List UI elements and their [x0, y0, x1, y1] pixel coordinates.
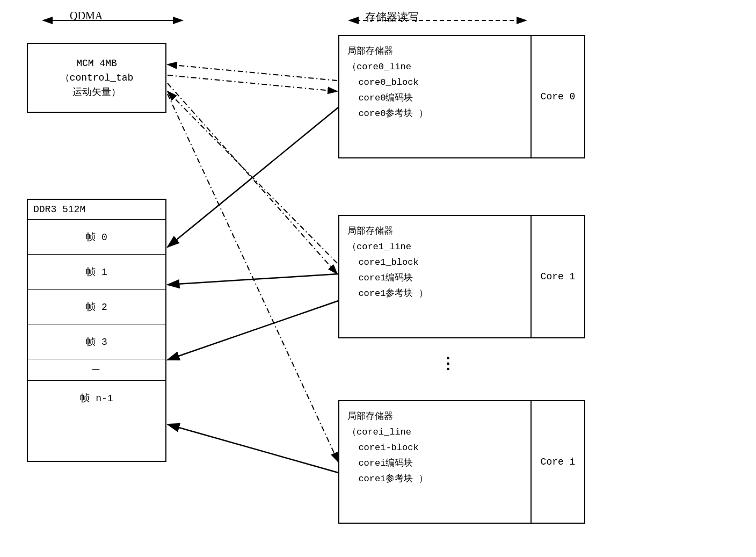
svg-line-8	[168, 274, 338, 285]
storage-label: 存储器读写	[365, 10, 419, 24]
mcm-title: MCM 4MB	[60, 56, 134, 71]
core1-box: 局部存储器 （core1_line core1_block core1编码块 c…	[338, 215, 585, 338]
svg-line-13	[168, 424, 338, 473]
ddr3-row-1: 帧 1	[28, 254, 165, 289]
core0-label: Core 0	[530, 36, 584, 157]
corei-box: 局部存储器 （corei_line corei-block corei编码块 c…	[338, 400, 585, 524]
svg-line-6	[168, 64, 337, 81]
core0-content: 局部存储器 （core0_line core0_block core0编码块 c…	[339, 36, 530, 157]
svg-line-10	[168, 83, 337, 274]
core0-line2: core0_block	[347, 75, 522, 91]
ddr3-title: DDR3 512M	[28, 200, 165, 219]
core1-line2: core1_block	[347, 255, 522, 271]
svg-line-5	[168, 75, 337, 91]
corei-line4: corei参考块 ）	[347, 472, 522, 487]
core1-line4: core1参考块 ）	[347, 286, 522, 302]
ddr3-row-3: 帧 3	[28, 324, 165, 359]
core1-line1: （core1_line	[347, 240, 522, 255]
corei-line3: corei编码块	[347, 456, 522, 472]
mcm-box: MCM 4MB （control_tab 运动矢量）	[27, 43, 166, 113]
core0-line4: core0参考块 ）	[347, 106, 522, 122]
core1-label: Core 1	[530, 216, 584, 337]
qdma-label: QDMA	[70, 10, 103, 22]
ddr3-row-0: 帧 0	[28, 219, 165, 254]
core1-line3: core1编码块	[347, 271, 522, 286]
core0-line0: 局部存储器	[347, 44, 522, 60]
svg-line-11	[168, 91, 337, 263]
svg-line-7	[168, 107, 338, 247]
core0-line1: （core0_line	[347, 60, 522, 75]
core1-line0: 局部存储器	[347, 224, 522, 240]
ddr3-row-n1: 帧 n-1	[28, 380, 165, 415]
core0-line3: core0编码块	[347, 91, 522, 106]
ddr3-row-2: 帧 2	[28, 289, 165, 324]
core0-box: 局部存储器 （core0_line core0_block core0编码块 c…	[338, 35, 585, 158]
mcm-desc: 运动矢量）	[60, 85, 134, 100]
ddr3-dash: —	[28, 359, 165, 380]
mcm-subtitle: （control_tab	[60, 71, 134, 85]
corei-line1: （corei_line	[347, 425, 522, 440]
svg-line-12	[168, 94, 338, 462]
diagram-container: QDMA 存储器读写 MCM 4MB （control_tab 运动矢量） DD…	[0, 0, 756, 557]
svg-line-9	[168, 301, 338, 360]
dots-separator: ⋮	[440, 355, 456, 373]
corei-line2: corei-block	[347, 440, 522, 456]
core1-content: 局部存储器 （core1_line core1_block core1编码块 c…	[339, 216, 530, 337]
ddr3-box: DDR3 512M 帧 0 帧 1 帧 2 帧 3 — 帧 n-1	[27, 199, 166, 462]
corei-content: 局部存储器 （corei_line corei-block corei编码块 c…	[339, 401, 530, 523]
corei-label: Core i	[530, 401, 584, 523]
corei-line0: 局部存储器	[347, 409, 522, 425]
